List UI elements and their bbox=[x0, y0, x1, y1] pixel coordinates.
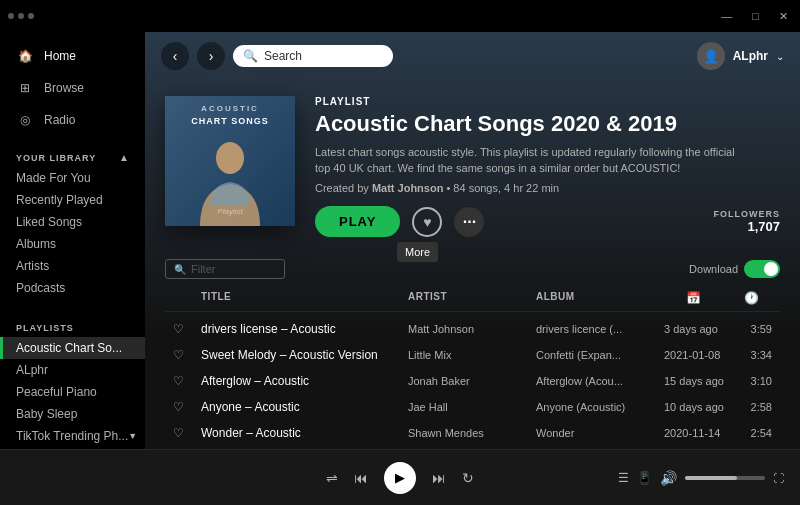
shuffle-button[interactable]: ⇌ bbox=[326, 470, 338, 486]
table-row[interactable]: ♡ Anyone – Acoustic Jae Hall Anyone (Aco… bbox=[165, 394, 780, 420]
sidebar-playlist-peaceful-piano[interactable]: Peaceful Piano bbox=[0, 381, 145, 403]
sidebar-item-podcasts[interactable]: Podcasts bbox=[0, 277, 145, 299]
track-list: TITLE ARTIST ALBUM 📅 🕐 ♡ drivers license… bbox=[145, 285, 800, 449]
prev-button[interactable]: ⏮ bbox=[354, 470, 368, 486]
sidebar-item-artists[interactable]: Artists bbox=[0, 255, 145, 277]
topbar-left: ‹ › 🔍 bbox=[161, 42, 393, 70]
svg-point-0 bbox=[216, 142, 244, 174]
like-icon[interactable]: ♡ bbox=[173, 426, 193, 440]
download-row: Download bbox=[689, 260, 780, 278]
playlist-meta: Created by Matt Johnson • 84 songs, 4 hr… bbox=[315, 182, 780, 194]
table-row[interactable]: ♡ Wonder – Acoustic Shawn Mendes Wonder … bbox=[165, 420, 780, 446]
user-name[interactable]: ALphr bbox=[733, 49, 768, 63]
sidebar-item-made-for-you[interactable]: Made For You bbox=[0, 167, 145, 189]
topbar: ‹ › 🔍 👤 ALphr ⌄ bbox=[145, 32, 800, 80]
heart-button[interactable]: ♥ bbox=[412, 207, 442, 237]
sidebar-item-home[interactable]: 🏠 Home bbox=[0, 40, 145, 72]
track-artist: Shawn Mendes bbox=[408, 427, 528, 439]
devices-icon[interactable]: 📱 bbox=[637, 471, 652, 485]
followers-label: FOLLOWERS bbox=[714, 209, 781, 219]
track-date: 2021-01-08 bbox=[664, 349, 724, 361]
fullscreen-icon[interactable]: ⛶ bbox=[773, 472, 784, 484]
sidebar-radio-label: Radio bbox=[44, 113, 75, 127]
browse-icon: ⊞ bbox=[16, 79, 34, 97]
library-collapse-btn[interactable]: ▲ bbox=[119, 152, 129, 163]
next-button[interactable]: ⏭ bbox=[432, 470, 446, 486]
like-icon[interactable]: ♡ bbox=[173, 348, 193, 362]
like-icon[interactable]: ♡ bbox=[173, 322, 193, 336]
cover-label: ACOUSTIC bbox=[165, 104, 295, 113]
playlist-song-count: 84 songs, 4 hr 22 min bbox=[453, 182, 559, 194]
track-date: 2020-11-14 bbox=[664, 427, 724, 439]
close-button[interactable]: ✕ bbox=[775, 8, 792, 25]
sidebar-item-recently-played[interactable]: Recently Played bbox=[0, 189, 145, 211]
download-toggle[interactable] bbox=[744, 260, 780, 278]
library-items: Made For You Recently Played Liked Songs… bbox=[0, 167, 145, 299]
playlist-type-label: PLAYLIST bbox=[315, 96, 780, 107]
sidebar-browse-label: Browse bbox=[44, 81, 84, 95]
sidebar-item-browse[interactable]: ⊞ Browse bbox=[0, 72, 145, 104]
volume-icon[interactable]: 🔊 bbox=[660, 470, 677, 486]
table-row[interactable]: ♡ Sweet Melody – Acoustic Version Little… bbox=[165, 342, 780, 368]
track-album: drivers licence (... bbox=[536, 323, 656, 335]
heart-col-header bbox=[173, 291, 193, 305]
duration-col-header: 🕐 bbox=[732, 291, 772, 305]
like-icon[interactable]: ♡ bbox=[173, 374, 193, 388]
title-col-header: TITLE bbox=[201, 291, 400, 305]
track-duration: 3:59 bbox=[732, 323, 772, 335]
play-button[interactable]: PLAY bbox=[315, 206, 400, 237]
sidebar-playlist-alphr[interactable]: ALphr bbox=[0, 359, 145, 381]
playlists-section-title: PLAYLISTS bbox=[0, 311, 145, 337]
search-input[interactable] bbox=[264, 49, 383, 63]
play-pause-button[interactable]: ▶ bbox=[384, 462, 416, 494]
track-date: 3 days ago bbox=[664, 323, 724, 335]
minimize-button[interactable]: — bbox=[717, 8, 736, 25]
track-album: Anyone (Acoustic) bbox=[536, 401, 656, 413]
chevron-down-icon: ▼ bbox=[128, 431, 137, 441]
sidebar-item-albums[interactable]: Albums bbox=[0, 233, 145, 255]
repeat-button[interactable]: ↻ bbox=[462, 470, 474, 486]
avatar[interactable]: 👤 bbox=[697, 42, 725, 70]
track-artist: Little Mix bbox=[408, 349, 528, 361]
track-title: Sweet Melody – Acoustic Version bbox=[201, 348, 400, 362]
forward-button[interactable]: › bbox=[197, 42, 225, 70]
track-duration: 3:10 bbox=[732, 375, 772, 387]
more-button[interactable]: ··· bbox=[454, 207, 484, 237]
sidebar-playlist-baby-sleep[interactable]: Baby Sleep bbox=[0, 403, 145, 425]
volume-fill bbox=[685, 476, 737, 480]
player-right: ☰ 📱 🔊 ⛶ bbox=[528, 470, 784, 486]
radio-icon: ◎ bbox=[16, 111, 34, 129]
playlist-creator: Matt Johnson bbox=[372, 182, 444, 194]
queue-icon[interactable]: ☰ bbox=[618, 471, 629, 485]
main-layout: 🏠 Home ⊞ Browse ◎ Radio YOUR LIBRARY ▲ M… bbox=[0, 32, 800, 449]
cover-title: CHART SONGS bbox=[165, 116, 295, 128]
player-bar: ⇌ ⏮ ▶ ⏭ ↻ ☰ 📱 🔊 ⛶ bbox=[0, 449, 800, 505]
library-section-header: YOUR LIBRARY ▲ bbox=[0, 144, 145, 167]
track-artist: Jonah Baker bbox=[408, 375, 528, 387]
back-button[interactable]: ‹ bbox=[161, 42, 189, 70]
like-icon[interactable]: ♡ bbox=[173, 400, 193, 414]
track-title: Anyone – Acoustic bbox=[201, 400, 400, 414]
track-duration: 3:34 bbox=[732, 349, 772, 361]
maximize-button[interactable]: □ bbox=[748, 8, 763, 25]
track-artist: Matt Johnson bbox=[408, 323, 528, 335]
volume-slider[interactable] bbox=[685, 476, 765, 480]
sidebar-item-radio[interactable]: ◎ Radio bbox=[0, 104, 145, 136]
search-bar: 🔍 bbox=[233, 45, 393, 67]
topbar-right: 👤 ALphr ⌄ bbox=[697, 42, 784, 70]
table-row[interactable]: ♡ drivers license – Acoustic Matt Johnso… bbox=[165, 316, 780, 342]
window-controls[interactable]: — □ ✕ bbox=[717, 8, 792, 25]
user-chevron-icon[interactable]: ⌄ bbox=[776, 51, 784, 62]
app-dots bbox=[8, 13, 34, 19]
table-row[interactable]: ♡ Afterglow – Acoustic Jonah Baker After… bbox=[165, 368, 780, 394]
sidebar-playlist-tiktok[interactable]: TikTok Trending Ph... ▼ bbox=[0, 425, 145, 447]
track-duration: 2:54 bbox=[732, 427, 772, 439]
filter-row: 🔍 Download bbox=[145, 253, 800, 285]
playlist-title: Acoustic Chart Songs 2020 & 2019 bbox=[315, 111, 780, 137]
filter-input[interactable] bbox=[191, 263, 276, 275]
dot-1 bbox=[8, 13, 14, 19]
sidebar-item-liked-songs[interactable]: Liked Songs bbox=[0, 211, 145, 233]
artist-col-header: ARTIST bbox=[408, 291, 528, 305]
date-col-header: 📅 bbox=[664, 291, 724, 305]
sidebar-playlist-acoustic-chart[interactable]: Acoustic Chart So... bbox=[0, 337, 145, 359]
